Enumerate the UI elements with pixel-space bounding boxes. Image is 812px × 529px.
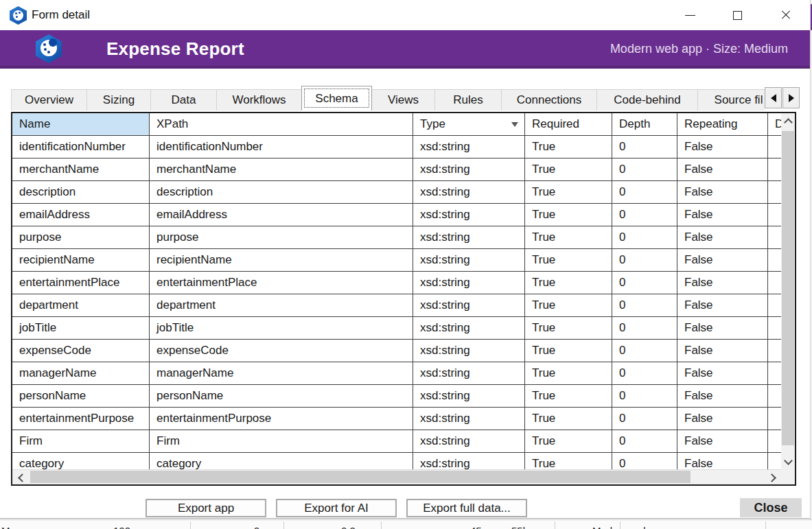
table-row[interactable]: expenseCodeexpenseCodexsd:stringTrue0Fal… [12,340,781,362]
bottom-divider [381,521,382,529]
scrollbar-corner [781,469,795,484]
cell-type: xsd:string [413,136,525,158]
tab-workflows[interactable]: Workflows [216,89,302,110]
cell-required: True [525,430,612,452]
cell-required: True [525,362,612,384]
tab-sizing[interactable]: Sizing [86,89,151,110]
table-row[interactable]: managerNamemanagerNamexsd:stringTrue0Fal… [12,362,781,385]
cell-depth: 0 [612,249,677,271]
cell-required: True [525,340,612,362]
cell-required: True [525,272,612,294]
cell-name: emailAddress [12,204,150,226]
window-bottom-edge [0,518,810,519]
table-row[interactable]: entertainmentPlaceentertainmentPlacexsd:… [12,272,781,294]
cell-name: description [12,181,150,203]
scroll-right-button[interactable] [763,471,780,484]
scroll-left-button[interactable] [14,471,30,484]
cell-required: True [525,249,612,271]
cell-name: category [12,453,150,469]
cell-depth: 0 [612,272,677,294]
vertical-scrollbar-thumb[interactable] [782,131,794,445]
arrow-left-icon [771,94,776,102]
cell-depth: 0 [612,362,677,384]
table-row[interactable]: emailAddressemailAddressxsd:stringTrue0F… [12,204,781,226]
table-row[interactable]: entertainmentPurposeentertainmentPurpose… [12,408,781,430]
table-row[interactable]: recipientNamerecipientNamexsd:stringTrue… [12,249,781,272]
tab-scroll-right-button[interactable] [782,87,800,108]
cell-xpath: purpose [150,226,413,248]
column-header-name[interactable]: Name [12,113,150,135]
minimize-button[interactable] [674,0,706,30]
tab-views[interactable]: Views [371,89,435,110]
cell-name: purpose [12,226,150,248]
tab-data[interactable]: Data [150,89,217,110]
column-header-required[interactable]: Required [525,113,612,135]
cell-repeating: False [677,272,768,294]
table-row[interactable]: categorycategoryxsd:stringTrue0False [12,453,781,469]
cell-repeating: False [677,136,768,158]
table-row[interactable]: personNamepersonNamexsd:stringTrue0False [12,385,781,408]
chevron-up-icon [784,118,793,127]
table-row[interactable]: departmentdepartmentxsd:stringTrue0False [12,294,781,317]
filter-dropdown-icon[interactable] [511,122,518,127]
column-header-depth[interactable]: Depth [612,113,677,135]
table-row[interactable]: purposepurposexsd:stringTrue0False [12,226,781,249]
tab-code-behind[interactable]: Code-behind [596,89,698,110]
form-detail-window: Form detail Expense Report Modern web ap… [0,0,812,529]
cell-required: True [525,181,612,203]
app-logo-icon [10,6,27,25]
cell-name: personName [12,385,150,407]
cell-xpath: managerName [150,362,413,384]
cell-type: xsd:string [413,204,525,226]
close-window-button[interactable] [770,0,802,30]
column-header-repeating[interactable]: Repeating [677,113,768,135]
column-header-extra[interactable]: D [768,113,781,135]
cell-xpath: merchantName [150,158,413,180]
cell-extra [768,385,781,407]
cell-required: True [525,294,612,316]
cell-extra [768,136,781,158]
tab-schema[interactable]: Schema [301,86,372,110]
chevron-right-icon [767,473,776,482]
bottom-divider [555,521,555,529]
close-dialog-button[interactable]: Close [740,498,802,517]
cell-required: True [525,453,612,469]
cell-xpath: entertainmentPurpose [150,408,413,430]
tab-overview[interactable]: Overview [11,89,87,110]
tab-source-fil[interactable]: Source fil [697,89,765,110]
tab-scroll-left-button[interactable] [765,87,782,108]
cell-required: True [525,408,612,430]
column-header-type[interactable]: Type [413,113,525,135]
cell-depth: 0 [612,181,677,203]
cell-repeating: False [677,408,768,430]
cell-name: recipientName [12,249,150,271]
table-row[interactable]: merchantNamemerchantNamexsd:stringTrue0F… [12,158,781,181]
export-full-data-button[interactable]: Export full data... [406,499,527,517]
column-header-xpath[interactable]: XPath [150,113,413,135]
cell-depth: 0 [612,340,677,362]
export-app-button[interactable]: Export app [146,499,266,517]
scroll-down-button[interactable] [781,453,795,468]
table-row[interactable]: identificationNumberidentificationNumber… [12,136,781,158]
cell-repeating: False [677,294,768,316]
cell-extra [768,340,781,362]
horizontal-scrollbar-thumb[interactable] [30,471,691,483]
export-for-ai-button[interactable]: Export for AI [276,499,397,517]
cell-xpath: expenseCode [150,340,413,362]
titlebar: Form detail [0,0,810,30]
cell-extra [768,204,781,226]
cell-type: xsd:string [413,430,525,452]
form-logo-icon [36,34,62,63]
scroll-up-button[interactable] [781,115,795,130]
table-row[interactable]: descriptiondescriptionxsd:stringTrue0Fal… [12,181,781,204]
tab-rules[interactable]: Rules [434,89,502,110]
maximize-button[interactable] [721,0,753,30]
cell-xpath: category [150,453,413,469]
cell-xpath: entertainmentPlace [150,272,413,294]
arrow-right-icon [789,94,794,102]
tab-connections[interactable]: Connections [501,89,597,110]
table-row[interactable]: jobTitlejobTitlexsd:stringTrue0False [12,317,781,340]
table-row[interactable]: FirmFirmxsd:stringTrue0False [12,430,781,453]
cell-extra [768,294,781,316]
cell-depth: 0 [612,158,677,180]
